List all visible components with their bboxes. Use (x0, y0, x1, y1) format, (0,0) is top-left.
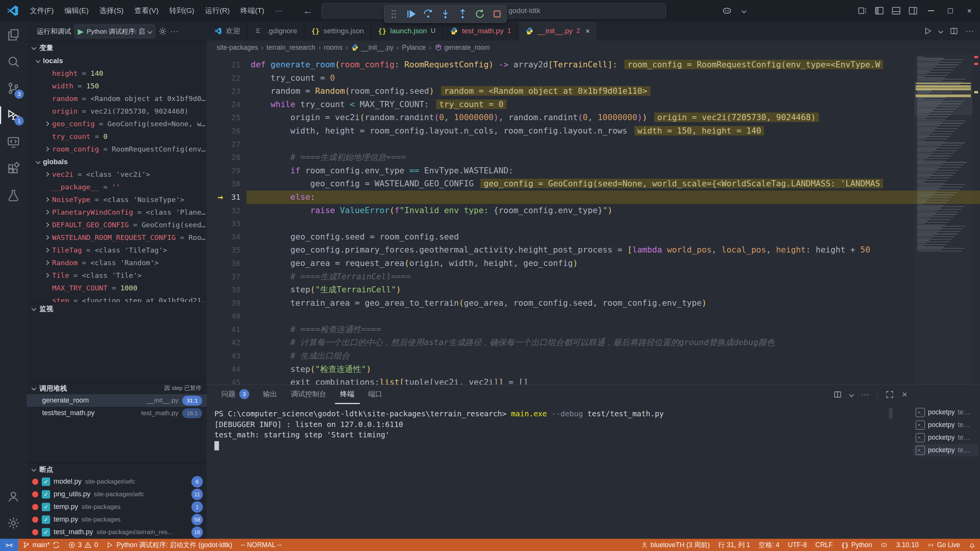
code-line[interactable]: 29 if room_config.env_type == EnvType.WA… (207, 164, 980, 178)
status-notifications[interactable] (964, 539, 980, 551)
chevron-down-icon[interactable] (849, 392, 854, 397)
variable-row[interactable]: geo_config = GeoConfig(seed=None, wor… (27, 117, 207, 130)
step-over-button[interactable] (423, 8, 434, 20)
back-arrow-icon[interactable]: ← (303, 5, 313, 17)
panel-tab-问题[interactable]: 问题3 (216, 385, 255, 404)
line-number[interactable]: 29 (207, 164, 240, 178)
panel-tab-输出[interactable]: 输出 (258, 385, 283, 404)
stop-button[interactable] (492, 8, 503, 20)
activity-settings[interactable] (0, 510, 27, 536)
line-number[interactable]: 21 (207, 58, 240, 72)
tab-__init__.py[interactable]: __init__.py 2 × (518, 21, 597, 41)
menu-item-4[interactable]: 转到(G) (164, 3, 199, 18)
maximize-button[interactable] (942, 0, 959, 21)
status-debug-session[interactable]: Python 调试程序: 启动文件 (godot-ldtk) (102, 539, 236, 551)
code-line[interactable]: 36 geo_area = request_area(origin, width… (207, 257, 980, 270)
customize-layout-icon[interactable] (855, 3, 870, 18)
breakpoint-checkbox[interactable]: ✓ (42, 528, 50, 536)
breadcrumb-item[interactable]: __init__.py (351, 44, 394, 52)
copilot-icon[interactable] (720, 3, 734, 18)
variable-row[interactable]: try_count = 0 (27, 130, 207, 143)
activity-testing[interactable] (0, 182, 27, 209)
menu-item-5[interactable]: 运行(R) (200, 3, 235, 18)
toggle-primary-sidebar-icon[interactable] (872, 3, 887, 18)
breakpoint-checkbox[interactable]: ✓ (42, 503, 50, 511)
line-number[interactable]: 45 (207, 376, 240, 385)
split-editor-icon[interactable] (949, 26, 959, 36)
line-number[interactable]: 39 (207, 297, 240, 310)
variable-row[interactable]: NoiseType = <class 'NoiseType'> (27, 193, 207, 206)
more-actions-icon[interactable]: ··· (170, 26, 179, 36)
code-line[interactable]: 22 try_count = 0 (207, 72, 980, 85)
continue-button[interactable] (405, 8, 416, 20)
menu-item-7[interactable]: ··· (270, 3, 287, 18)
close-button[interactable]: × (961, 0, 978, 21)
menu-item-1[interactable]: 编辑(E) (59, 3, 94, 18)
breakpoint-checkbox[interactable]: ✓ (42, 490, 50, 499)
line-number[interactable]: 25 (207, 111, 240, 124)
status-problems[interactable]: 30 (64, 539, 102, 551)
line-number[interactable]: 32 (207, 204, 240, 217)
terminal-output[interactable]: PS C:\computer_science\godot-ldtk\site-p… (214, 409, 888, 536)
code-line[interactable]: 44 step("检查连通性") (207, 363, 980, 376)
toggle-secondary-sidebar-icon[interactable] (906, 3, 920, 18)
tab-launch.json[interactable]: {}launch.json U (371, 21, 443, 41)
restart-button[interactable] (474, 8, 485, 20)
status-go-live[interactable]: Go Live (923, 539, 964, 551)
variable-row[interactable]: vec2i = <class 'vec2i'> (27, 168, 207, 181)
line-number[interactable]: 22 (207, 72, 240, 85)
variable-row[interactable]: step = <function step at 0x1bf9cd216d (27, 294, 207, 302)
activity-source-control[interactable]: 3 (0, 75, 27, 102)
tab-欢迎[interactable]: 欢迎 (207, 21, 248, 41)
drag-grip-button[interactable] (388, 8, 399, 20)
breadcrumb-item[interactable]: rooms (324, 44, 343, 52)
activity-explorer[interactable] (0, 21, 27, 48)
split-terminal-icon[interactable] (833, 390, 842, 399)
terminal-instance[interactable]: >_ pocketpyte… (913, 444, 978, 456)
variable-row[interactable]: WASTELAND_ROOM_REQUEST_CONFIG = RoomR… (27, 231, 207, 244)
code-line[interactable]: 43 # 生成出口组合 (207, 349, 980, 363)
code-line[interactable]: 39 terrain_area = geo_area_to_terrain(ge… (207, 297, 980, 310)
line-number[interactable]: 43 (207, 349, 240, 363)
status-remote[interactable]: >< (0, 539, 18, 551)
line-number[interactable]: 44 (207, 363, 240, 376)
line-number[interactable]: 28 (207, 151, 240, 164)
variables-section-header[interactable]: 变量 (27, 41, 207, 54)
breakpoint-checkbox[interactable]: ✓ (42, 515, 50, 524)
breakpoint-row[interactable]: ✓ model.py site-packages\wfc 6 (27, 475, 207, 488)
breadcrumb-item[interactable]: Pylance (402, 44, 426, 52)
code-editor[interactable]: 21def generate_room(room_config: RoomReq… (207, 54, 980, 385)
line-number[interactable]: 23 (207, 85, 240, 98)
status-cursor-position[interactable]: 行 31, 列 1 (714, 539, 755, 551)
scope-globals[interactable]: globals (27, 155, 207, 168)
activity-run-and-debug[interactable]: 1 (0, 102, 27, 129)
breakpoint-row[interactable]: ✓ temp.py site-packages 58 (27, 513, 207, 526)
run-python-file-icon[interactable] (923, 26, 932, 36)
terminal-instance[interactable]: >_ pocketpyte… (913, 419, 978, 431)
panel-tab-端口[interactable]: 端口 (363, 385, 388, 404)
panel-tab-终端[interactable]: 终端 (335, 385, 360, 404)
tab-settings.json[interactable]: {}settings.json (304, 21, 371, 41)
breadcrumb-item[interactable]: site-packages (217, 44, 258, 52)
line-number[interactable]: 42 (207, 336, 240, 349)
line-number[interactable]: 33 (207, 217, 240, 230)
menu-item-2[interactable]: 选择(S) (94, 3, 129, 18)
menu-item-0[interactable]: 文件(F) (24, 3, 59, 18)
line-number[interactable]: 27 (207, 138, 240, 151)
minimize-button[interactable] (923, 0, 939, 21)
status-copilot[interactable] (876, 539, 892, 551)
call-stack-section-header[interactable]: 调用堆栈 因 step 已暂停 (27, 382, 207, 394)
terminal-instance[interactable]: >_ pocketpyte… (913, 406, 978, 419)
code-line[interactable]: 28 # ====生成初始地理信息==== (207, 151, 980, 164)
activity-search[interactable] (0, 48, 27, 75)
line-number[interactable]: 34 (207, 230, 240, 244)
variable-row[interactable]: height = 140 (27, 67, 207, 80)
line-number[interactable]: 36 (207, 257, 240, 270)
variable-row[interactable]: random = <Random object at 0x1bf9d01e… (27, 92, 207, 105)
status-eol[interactable]: CRLF (811, 539, 837, 551)
code-line[interactable]: 41 # ====检查连通性==== (207, 323, 980, 336)
more-actions-icon[interactable]: ··· (861, 390, 869, 399)
variable-row[interactable]: MAX_TRY_COUNT = 1000 (27, 282, 207, 294)
variable-row[interactable]: Random = <class 'Random'> (27, 256, 207, 269)
line-number[interactable]: 37 (207, 270, 240, 284)
